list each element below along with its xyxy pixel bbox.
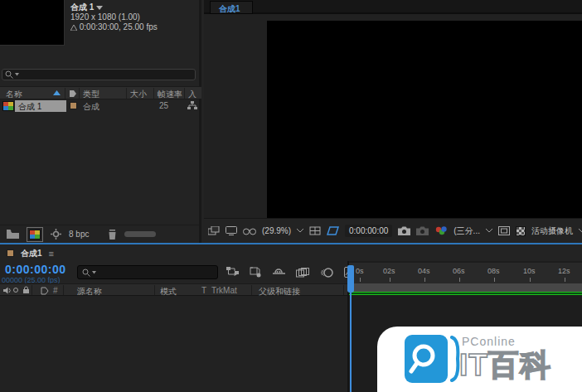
show-snapshot-icon[interactable] bbox=[416, 226, 429, 235]
item-frame-rate-cell: 25 bbox=[159, 101, 168, 110]
column-in[interactable]: 入 bbox=[188, 89, 196, 100]
ruler-tick: 04s bbox=[418, 267, 430, 275]
after-effects-window: 合成 1 1920 x 1080 (1.00) 0:00:30:00, 25.0… bbox=[0, 0, 582, 392]
composition-title[interactable]: 合成 1 bbox=[70, 2, 94, 12]
composition-viewport[interactable] bbox=[267, 21, 582, 218]
ruler-tick: 06s bbox=[453, 267, 465, 275]
column-source-name[interactable]: 源名称 bbox=[77, 286, 102, 298]
ruler-tick: 02s bbox=[383, 267, 395, 275]
transparency-grid-icon[interactable] bbox=[516, 226, 526, 236]
timeline-toolbar bbox=[226, 267, 356, 278]
new-composition-icon[interactable] bbox=[27, 227, 43, 242]
frame-blending-icon[interactable] bbox=[296, 268, 309, 278]
search-options-caret-icon bbox=[92, 271, 96, 274]
search-icon bbox=[82, 269, 90, 277]
panel-menu-icon[interactable]: ≡ bbox=[49, 249, 54, 259]
timeline-tab-bar: 合成1 ≡ bbox=[0, 245, 582, 261]
viewer-tab-comp1[interactable]: 合成1 bbox=[210, 1, 253, 14]
primary-viewer-monitor-icon[interactable] bbox=[226, 226, 237, 235]
project-footer-toolbar: 8 bpc bbox=[0, 225, 201, 243]
project-search-input[interactable] bbox=[2, 69, 196, 80]
item-name-cell[interactable]: 合成 1 bbox=[15, 100, 66, 112]
resolution-value[interactable]: (三分... bbox=[453, 225, 480, 237]
ruler-tick: 0s bbox=[356, 267, 364, 275]
bit-depth-label[interactable]: 8 bpc bbox=[69, 230, 89, 239]
column-size[interactable]: 大小 bbox=[130, 89, 147, 100]
motion-blur-icon[interactable] bbox=[320, 268, 333, 278]
viewer-timecode[interactable]: 0:00:00:00 bbox=[345, 225, 392, 237]
label-column-icon[interactable] bbox=[69, 90, 77, 98]
viewer-tab-bar: 合成1 bbox=[204, 0, 582, 14]
column-trkmat[interactable]: TrkMat bbox=[211, 286, 237, 295]
draft-3d-icon[interactable] bbox=[250, 267, 262, 278]
watermark-title: IT百科 bbox=[459, 345, 551, 386]
watermark-badge: PConline IT百科 bbox=[377, 327, 582, 392]
flowchart-usage-icon bbox=[187, 101, 197, 110]
trash-icon[interactable] bbox=[108, 230, 117, 240]
column-t[interactable]: T bbox=[201, 286, 206, 295]
rendered-frames-indicator bbox=[349, 292, 582, 295]
composition-dimensions: 1920 x 1080 (1.00) bbox=[70, 12, 158, 22]
column-number[interactable]: # bbox=[53, 286, 58, 295]
project-item-row[interactable]: 合成 1 合成 25 bbox=[0, 100, 201, 113]
always-preview-view-icon[interactable] bbox=[208, 226, 220, 235]
composition-info: 合成 1 1920 x 1080 (1.00) 0:00:30:00, 25.0… bbox=[70, 2, 158, 32]
magnification-value[interactable]: (29.9%) bbox=[262, 226, 291, 235]
label-color-swatch[interactable] bbox=[70, 102, 77, 109]
time-ruler[interactable]: 0s 02s 04s 06s 08s 10s 12s bbox=[349, 263, 582, 283]
lock-column-icon[interactable] bbox=[22, 286, 30, 294]
magnification-chevron-icon[interactable] bbox=[297, 229, 303, 233]
layer-columns-header: # 源名称 模式 T TrkMat 父级和链接 bbox=[0, 283, 347, 296]
stereo-glasses-icon[interactable] bbox=[243, 227, 256, 235]
interpret-footage-icon[interactable] bbox=[51, 229, 61, 240]
composition-duration: 0:00:30:00, 25.00 fps bbox=[80, 22, 158, 31]
column-frame-rate[interactable]: 帧速率 bbox=[158, 89, 182, 100]
composition-flowchart-icon[interactable] bbox=[226, 267, 239, 278]
region-of-interest-icon[interactable] bbox=[498, 226, 510, 235]
playhead-handle[interactable] bbox=[347, 265, 354, 293]
timeline-search-input[interactable] bbox=[77, 265, 218, 279]
current-time-display[interactable]: 0:00:00:00 bbox=[5, 263, 66, 276]
ruler-tick: 10s bbox=[523, 267, 536, 275]
ruler-tick: 12s bbox=[558, 267, 570, 275]
camera-view-value[interactable]: 活动摄像机 bbox=[531, 225, 573, 237]
mask-visibility-icon[interactable] bbox=[327, 226, 339, 235]
project-table-header: 名称 类型 大小 帧速率 入 bbox=[0, 86, 201, 99]
label-column-icon[interactable] bbox=[41, 287, 49, 295]
new-folder-icon[interactable] bbox=[7, 230, 19, 239]
project-panel: 合成 1 1920 x 1080 (1.00) 0:00:30:00, 25.0… bbox=[0, 0, 201, 243]
snapshot-camera-icon[interactable] bbox=[398, 226, 410, 235]
playhead-line bbox=[350, 293, 352, 392]
audio-column-icon[interactable] bbox=[3, 287, 11, 294]
search-options-caret-icon bbox=[15, 73, 19, 76]
channels-rgb-icon[interactable] bbox=[434, 226, 448, 235]
shy-layers-icon[interactable] bbox=[273, 268, 285, 278]
composition-item-icon bbox=[2, 101, 14, 111]
viewer-toolbar: (29.9%) 0:00:00:00 (三分... 活动摄像机 1 个... bbox=[204, 218, 582, 243]
column-parent-link[interactable]: 父级和链接 bbox=[259, 286, 300, 298]
duration-delta-icon bbox=[70, 25, 77, 31]
watermark-logo-icon bbox=[405, 335, 448, 383]
camera-view-chevron-icon[interactable] bbox=[579, 229, 582, 233]
timeline-comp-label-swatch bbox=[7, 249, 14, 257]
timeline-tab-comp1[interactable]: 合成1 bbox=[21, 248, 42, 259]
flyout-triangle-icon[interactable] bbox=[96, 5, 103, 10]
sort-ascending-icon[interactable] bbox=[53, 90, 61, 96]
column-mode[interactable]: 模式 bbox=[160, 286, 177, 298]
resolution-chevron-icon[interactable] bbox=[486, 229, 492, 233]
layer-list-area[interactable] bbox=[0, 296, 347, 392]
ruler-tick: 08s bbox=[487, 267, 500, 275]
horizontal-scrollbar-thumb[interactable] bbox=[124, 231, 156, 237]
column-name[interactable]: 名称 bbox=[6, 89, 22, 100]
search-icon bbox=[5, 70, 13, 79]
column-type[interactable]: 类型 bbox=[83, 89, 99, 100]
grid-guide-options-icon[interactable] bbox=[309, 226, 321, 235]
item-type-cell: 合成 bbox=[83, 101, 99, 113]
solo-column-icon[interactable] bbox=[13, 288, 18, 293]
composition-thumbnail bbox=[0, 0, 65, 46]
